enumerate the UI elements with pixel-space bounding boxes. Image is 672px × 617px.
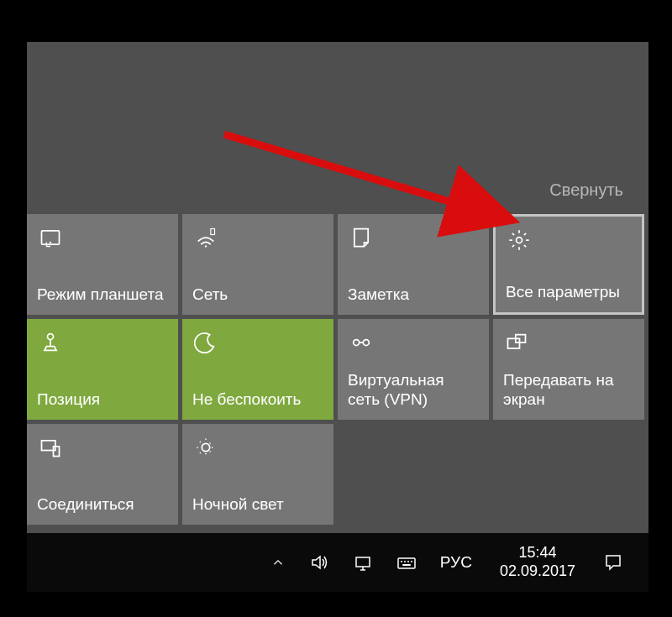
svg-rect-16	[398, 558, 415, 568]
night-light-icon	[192, 434, 219, 461]
tile-all-settings[interactable]: Все параметры	[493, 214, 644, 315]
svg-rect-10	[508, 338, 520, 348]
tile-label: Позиция	[37, 390, 168, 410]
tile-label: Режим планшета	[37, 285, 168, 305]
clock[interactable]: 15:44 02.09.2017	[487, 533, 588, 592]
tray-chevron[interactable]	[262, 533, 294, 592]
tile-note[interactable]: Заметка	[338, 214, 489, 315]
tile-label: Передавать на экран	[503, 371, 634, 410]
tile-location[interactable]: Позиция	[27, 319, 178, 420]
tile-night-light[interactable]: Ночной свет	[182, 424, 333, 525]
time-text: 15:44	[518, 544, 556, 562]
tile-label: Сеть	[192, 285, 323, 305]
tile-vpn[interactable]: Виртуальная сеть (VPN)	[338, 319, 489, 420]
screenshot-frame: Свернуть Режим планшета Сеть	[13, 13, 659, 604]
svg-line-1	[224, 134, 506, 218]
svg-rect-5	[211, 229, 215, 235]
tile-label: Не беспокоить	[192, 390, 323, 410]
svg-point-3	[50, 242, 51, 243]
tile-project[interactable]: Передавать на экран	[493, 319, 644, 420]
tile-label: Виртуальная сеть (VPN)	[348, 371, 479, 410]
volume-icon[interactable]	[301, 533, 338, 592]
tile-label: Соединиться	[37, 495, 168, 515]
svg-rect-13	[54, 447, 60, 457]
svg-point-9	[363, 340, 369, 346]
tile-tablet-mode[interactable]: Режим планшета	[27, 214, 178, 315]
project-icon	[503, 329, 530, 356]
tile-network[interactable]: Сеть	[182, 214, 333, 315]
quick-action-tiles: Режим планшета Сеть Заметка Все параметр…	[27, 214, 644, 525]
action-center-panel: Свернуть Режим планшета Сеть	[27, 42, 648, 533]
action-center-icon[interactable]	[595, 533, 632, 592]
tile-connect[interactable]: Соединиться	[27, 424, 178, 525]
date-text: 02.09.2017	[500, 562, 575, 581]
svg-point-14	[202, 443, 209, 451]
moon-icon	[192, 329, 219, 356]
tablet-mode-icon	[37, 224, 64, 251]
note-icon	[348, 224, 375, 251]
taskbar: РУС 15:44 02.09.2017	[27, 533, 648, 592]
network-icon	[192, 224, 219, 251]
svg-rect-15	[356, 557, 370, 567]
tile-label: Все параметры	[506, 283, 632, 302]
keyboard-icon[interactable]	[388, 533, 425, 592]
language-indicator[interactable]: РУС	[432, 533, 480, 592]
tile-do-not-disturb[interactable]: Не беспокоить	[182, 319, 333, 420]
settings-icon	[506, 227, 533, 254]
svg-point-4	[205, 245, 207, 247]
tile-label: Ночной свет	[192, 495, 323, 515]
connect-icon	[37, 434, 64, 461]
network-tray-icon[interactable]	[344, 533, 381, 592]
svg-point-7	[48, 334, 54, 340]
svg-point-6	[517, 238, 522, 243]
svg-point-8	[354, 340, 360, 346]
tile-label: Заметка	[348, 285, 479, 305]
collapse-link[interactable]: Свернуть	[549, 180, 623, 200]
location-icon	[37, 329, 64, 356]
vpn-icon	[348, 329, 375, 356]
